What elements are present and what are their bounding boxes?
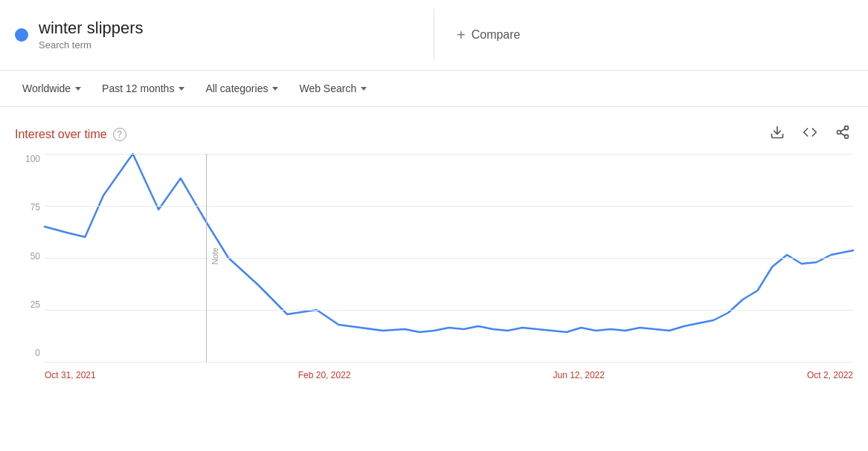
x-label-oct31: Oct 31, 2021 — [45, 370, 96, 380]
filter-bar: Worldwide Past 12 months All categories … — [0, 71, 868, 107]
search-term-dot — [15, 28, 28, 42]
y-label-25: 25 — [15, 299, 45, 310]
x-label-jun12: Jun 12, 2022 — [553, 370, 605, 380]
region-filter[interactable]: Worldwide — [15, 78, 89, 99]
time-chevron-icon — [179, 87, 184, 91]
header-bar: winter slippers Search term + Compare — [0, 0, 868, 71]
compare-button[interactable]: + Compare — [457, 27, 521, 44]
search-term-area: winter slippers Search term — [15, 9, 434, 61]
category-label: All categories — [205, 82, 268, 94]
note-text: Note — [210, 247, 219, 265]
svg-line-5 — [840, 129, 845, 131]
chart-header: Interest over time ? — [15, 122, 853, 146]
grid-line-100 — [45, 154, 853, 155]
y-label-100: 100 — [15, 154, 45, 164]
search-type-filter[interactable]: Web Search — [292, 78, 374, 99]
search-type-chevron-icon — [361, 87, 367, 91]
svg-line-4 — [840, 133, 845, 135]
trend-line — [45, 154, 853, 332]
time-filter[interactable]: Past 12 months — [94, 78, 192, 99]
grid-line-75 — [45, 206, 853, 207]
search-type-label: Web Search — [299, 82, 356, 94]
search-term-title: winter slippers — [39, 19, 144, 38]
download-button[interactable] — [767, 122, 788, 146]
grid-line-50 — [45, 258, 853, 259]
embed-button[interactable] — [800, 122, 820, 146]
y-label-75: 75 — [15, 202, 45, 212]
plus-icon: + — [457, 27, 466, 44]
x-label-oct2: Oct 2, 2022 — [807, 370, 853, 380]
region-label: Worldwide — [22, 82, 71, 94]
compare-area: + Compare — [434, 27, 853, 44]
chart-title: Interest over time — [15, 128, 107, 141]
help-icon[interactable]: ? — [113, 128, 126, 141]
search-term-text: winter slippers Search term — [39, 19, 144, 51]
chart-section: Interest over time ? 0 25 50 75 100 — [0, 107, 868, 399]
grid-line-25 — [45, 310, 853, 311]
time-label: Past 12 months — [102, 82, 174, 94]
chart-container: 0 25 50 75 100 Note Oct 31, 2021 — [15, 154, 853, 392]
search-term-type: Search term — [39, 39, 91, 51]
chart-actions — [767, 122, 853, 146]
category-chevron-icon — [272, 87, 278, 91]
y-label-50: 50 — [15, 251, 45, 262]
x-label-feb20: Feb 20, 2022 — [298, 370, 351, 380]
category-filter[interactable]: All categories — [198, 78, 286, 99]
compare-label: Compare — [472, 28, 521, 42]
grid-line-0 — [45, 362, 853, 363]
y-label-0: 0 — [15, 348, 45, 358]
y-axis-labels: 0 25 50 75 100 — [15, 154, 45, 362]
region-chevron-icon — [75, 87, 81, 91]
chart-title-area: Interest over time ? — [15, 128, 126, 141]
note-line — [206, 154, 207, 362]
chart-drawing-area: Note — [45, 154, 853, 362]
x-axis-labels: Oct 31, 2021 Feb 20, 2022 Jun 12, 2022 O… — [45, 366, 853, 392]
share-button[interactable] — [832, 122, 853, 146]
